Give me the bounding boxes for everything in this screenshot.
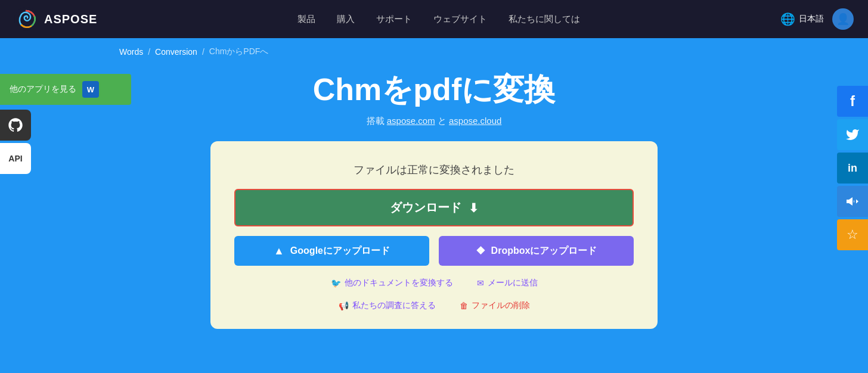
facebook-button[interactable]: f (837, 86, 868, 117)
aspose-com-link[interactable]: aspose.com (387, 116, 435, 126)
delete-link[interactable]: 🗑 ファイルの削除 (460, 300, 530, 311)
bird-icon: 🐦 (331, 278, 341, 288)
twitter-icon (845, 128, 860, 142)
header-right: 🌐 日本語 👤 (780, 8, 854, 30)
right-sidebar: f in ☆ (837, 86, 868, 250)
logo-text: ASPOSE (44, 13, 97, 26)
star-button[interactable]: ☆ (837, 219, 868, 250)
conversion-status: ファイルは正常に変換されました (354, 163, 514, 177)
linkedin-icon: in (848, 162, 857, 175)
survey-link[interactable]: 📢 私たちの調査に答える (339, 300, 436, 311)
download-button[interactable]: ダウンロード ⬇ (234, 189, 634, 226)
user-avatar[interactable]: 👤 (832, 8, 854, 30)
header-nav: 製品 購入 サポート ウェブサイト 私たちに関しては (297, 14, 580, 25)
github-icon (7, 117, 24, 133)
google-drive-icon: ▲ (274, 245, 284, 257)
main-area: Words / Conversion / ChmからPDFへ 他のアプリを見る … (0, 38, 868, 373)
page-title: Chmをpdfに変換 (313, 69, 555, 111)
page-subtitle: 搭載 aspose.com と aspose.cloud (367, 116, 502, 127)
github-button[interactable] (0, 110, 31, 141)
aspose-logo-icon (14, 7, 38, 31)
conversion-card: ファイルは正常に変換されました ダウンロード ⬇ ▲ Googleにアップロード… (210, 141, 658, 329)
nav-support[interactable]: サポート (376, 14, 412, 25)
breadcrumb-words[interactable]: Words (119, 47, 143, 57)
breadcrumb-current: ChmからPDFへ (209, 46, 269, 57)
google-upload-button[interactable]: ▲ Googleにアップロード (234, 236, 429, 266)
globe-icon: 🌐 (780, 12, 795, 26)
nav-purchase[interactable]: 購入 (337, 14, 355, 25)
language-label: 日本語 (799, 14, 824, 24)
linkedin-button[interactable]: in (837, 153, 868, 184)
announce-button[interactable] (837, 186, 868, 217)
card-links-row-2: 📢 私たちの調査に答える 🗑 ファイルの削除 (339, 300, 530, 311)
facebook-icon: f (850, 93, 855, 110)
survey-icon: 📢 (339, 301, 349, 310)
breadcrumb-conversion[interactable]: Conversion (155, 47, 197, 57)
email-link[interactable]: ✉ メールに送信 (477, 278, 538, 288)
megaphone-icon (845, 194, 860, 209)
dropbox-icon: ❖ (476, 244, 485, 257)
nav-website[interactable]: ウェブサイト (433, 14, 487, 25)
other-apps-button[interactable]: 他のアプリを見る W (0, 74, 131, 105)
convert-another-link[interactable]: 🐦 他のドキュメントを変換する (331, 278, 453, 288)
user-icon: 👤 (836, 13, 850, 26)
breadcrumb-sep1: / (148, 47, 150, 57)
language-selector[interactable]: 🌐 日本語 (780, 12, 824, 26)
google-upload-label: Googleにアップロード (290, 245, 390, 257)
twitter-button[interactable] (837, 119, 868, 150)
api-button[interactable]: API (0, 143, 31, 174)
aspose-cloud-link[interactable]: aspose.cloud (449, 116, 501, 126)
email-icon: ✉ (477, 278, 484, 288)
api-label: API (8, 154, 22, 163)
nav-about[interactable]: 私たちに関しては (509, 14, 580, 25)
breadcrumb-sep2: / (202, 47, 204, 57)
card-links-row: 🐦 他のドキュメントを変換する ✉ メールに送信 (331, 278, 538, 288)
dropbox-upload-label: Dropboxにアップロード (491, 245, 597, 257)
other-apps-label: 他のアプリを見る (10, 84, 76, 95)
logo-area: ASPOSE (14, 7, 97, 31)
word-icon: W (82, 81, 99, 98)
delete-icon: 🗑 (460, 301, 468, 310)
breadcrumb: Words / Conversion / ChmからPDFへ (0, 38, 268, 63)
left-sidebar: 他のアプリを見る W API (0, 74, 131, 174)
download-label: ダウンロード (390, 200, 461, 216)
upload-row: ▲ Googleにアップロード ❖ Dropboxにアップロード (234, 236, 634, 266)
header: ASPOSE 製品 購入 サポート ウェブサイト 私たちに関しては 🌐 日本語 … (0, 0, 868, 38)
nav-products[interactable]: 製品 (297, 14, 315, 25)
download-icon: ⬇ (469, 201, 479, 215)
star-icon: ☆ (847, 227, 858, 243)
dropbox-upload-button[interactable]: ❖ Dropboxにアップロード (439, 236, 634, 266)
